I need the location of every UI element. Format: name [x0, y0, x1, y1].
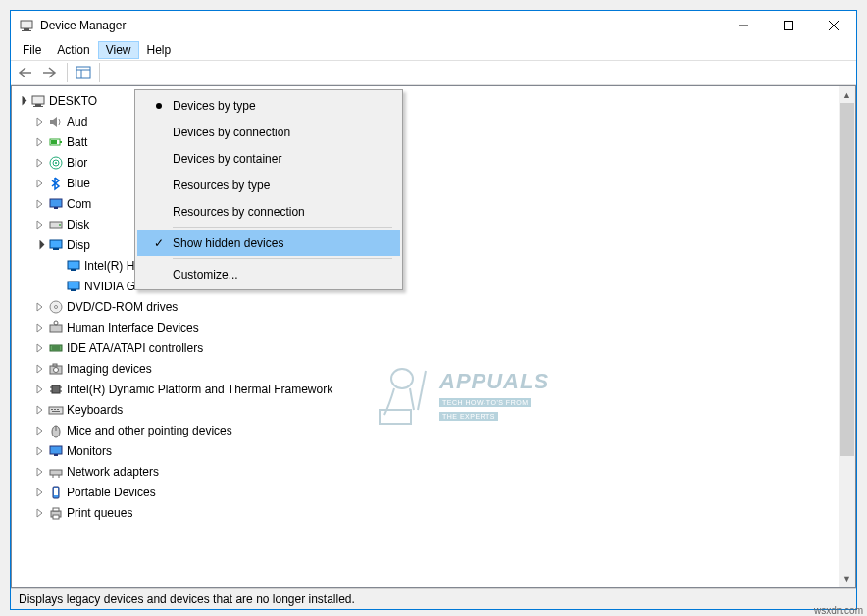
display-icon	[65, 279, 82, 294]
tree-node[interactable]: DVD/CD-ROM drives	[14, 296, 837, 317]
tree-node-label: Monitors	[67, 441, 112, 461]
check-icon: ✓	[145, 236, 173, 250]
svg-rect-39	[52, 385, 60, 393]
tree-node-label: Com	[67, 194, 91, 214]
battery-icon	[47, 134, 65, 150]
expand-icon[interactable]	[33, 323, 47, 333]
tree-node-label: Imaging devices	[67, 359, 152, 379]
expand-icon[interactable]	[33, 364, 47, 374]
svg-rect-0	[21, 21, 32, 28]
expand-icon[interactable]	[33, 426, 47, 436]
expand-icon[interactable]	[33, 158, 47, 168]
minimize-button[interactable]	[721, 11, 766, 40]
app-icon	[19, 18, 34, 33]
tree-node[interactable]: Imaging devices	[14, 358, 837, 379]
expand-icon[interactable]	[33, 199, 47, 209]
back-button[interactable]	[14, 62, 37, 83]
menu-item-resources-by-connection[interactable]: Resources by connection	[137, 198, 400, 225]
menu-file[interactable]: File	[15, 41, 49, 59]
tree-node[interactable]: Human Interface Devices	[14, 317, 837, 337]
menu-item-label: Devices by type	[173, 99, 400, 113]
svg-rect-38	[53, 364, 57, 366]
menu-item-devices-by-container[interactable]: Devices by container	[137, 145, 400, 172]
svg-point-37	[54, 367, 59, 372]
expand-icon[interactable]	[33, 302, 47, 312]
scroll-up-button[interactable]: ▲	[839, 86, 855, 103]
expand-icon[interactable]	[33, 405, 47, 415]
tree-node-label: Print queues	[67, 503, 132, 523]
menu-item-devices-by-connection[interactable]: Devices by connection	[137, 119, 400, 145]
tree-node-label: DESKTO	[49, 91, 97, 111]
svg-rect-27	[68, 282, 79, 289]
tree-node[interactable]: IDE ATA/ATAPI controllers	[14, 337, 837, 358]
svg-point-18	[55, 162, 57, 164]
show-hide-console-button[interactable]	[72, 62, 95, 83]
menu-action[interactable]: Action	[49, 41, 97, 59]
svg-rect-44	[49, 407, 63, 414]
menu-item-resources-by-type[interactable]: Resources by type	[137, 172, 400, 198]
svg-point-30	[55, 305, 58, 308]
tree-node-label: Disk	[67, 215, 89, 234]
menu-separator	[173, 258, 392, 259]
expand-icon[interactable]	[33, 467, 47, 477]
svg-rect-59	[53, 508, 59, 511]
forward-button[interactable]	[39, 62, 63, 83]
hid-icon	[47, 320, 65, 335]
tree-node[interactable]: Portable Devices	[14, 482, 837, 502]
menu-item-devices-by-type[interactable]: Devices by type	[137, 92, 400, 119]
svg-rect-7	[76, 67, 90, 78]
close-button[interactable]	[811, 11, 856, 40]
toolbar-separator	[67, 63, 68, 82]
svg-rect-24	[53, 248, 59, 250]
tree-node-label: Aud	[67, 112, 87, 131]
dvd-icon	[47, 299, 65, 315]
tree-node-label: Bior	[67, 153, 87, 173]
tree-node-label: Batt	[67, 132, 87, 152]
expand-icon[interactable]	[33, 179, 47, 188]
tree-node[interactable]: Intel(R) Dynamic Platform and Thermal Fr…	[14, 379, 837, 399]
expand-icon[interactable]	[33, 220, 47, 230]
toolbar	[11, 60, 856, 85]
expand-icon[interactable]	[33, 117, 47, 127]
tree-node[interactable]: Keyboards	[14, 399, 837, 420]
svg-rect-2	[22, 30, 31, 31]
scroll-down-button[interactable]: ▼	[839, 570, 855, 587]
menu-view[interactable]: View	[98, 41, 139, 59]
collapse-icon[interactable]	[33, 240, 47, 250]
computer-icon	[29, 93, 47, 109]
menu-customize[interactable]: Customize...	[137, 261, 400, 287]
svg-rect-14	[60, 141, 62, 143]
svg-rect-48	[52, 411, 60, 412]
collapse-icon[interactable]	[16, 96, 29, 106]
toolbar-separator	[99, 63, 100, 82]
expand-icon[interactable]	[33, 508, 47, 518]
svg-rect-51	[50, 446, 62, 454]
scroll-thumb[interactable]	[840, 103, 854, 456]
menu-help[interactable]: Help	[139, 41, 179, 59]
expand-icon[interactable]	[33, 488, 47, 497]
tree-node[interactable]: Network adapters	[14, 461, 837, 482]
source-label: wsxdn.com	[814, 605, 863, 616]
svg-rect-25	[68, 261, 79, 269]
tree-node-label: Portable Devices	[67, 483, 156, 502]
scroll-track[interactable]	[839, 103, 855, 570]
tree-node[interactable]: Mice and other pointing devices	[14, 420, 837, 440]
maximize-button[interactable]	[766, 11, 811, 40]
expand-icon[interactable]	[33, 137, 47, 147]
titlebar[interactable]: Device Manager	[11, 11, 856, 40]
speaker-icon	[47, 114, 65, 129]
expand-icon[interactable]	[33, 385, 47, 394]
menu-show-hidden-devices[interactable]: ✓ Show hidden devices	[137, 230, 400, 256]
vertical-scrollbar[interactable]: ▲ ▼	[839, 86, 855, 587]
menu-item-label: Devices by connection	[173, 126, 400, 139]
svg-rect-10	[32, 96, 44, 104]
expand-icon[interactable]	[33, 446, 47, 456]
tree-node[interactable]: Monitors	[14, 440, 837, 461]
expand-icon[interactable]	[33, 343, 47, 353]
svg-rect-1	[24, 28, 29, 30]
device-manager-window: Device Manager File Action View Help DES…	[10, 10, 857, 610]
svg-rect-15	[51, 140, 57, 144]
status-text: Displays legacy devices and devices that…	[19, 592, 355, 606]
tree-node[interactable]: Print queues	[14, 502, 837, 523]
window-controls	[721, 11, 856, 40]
